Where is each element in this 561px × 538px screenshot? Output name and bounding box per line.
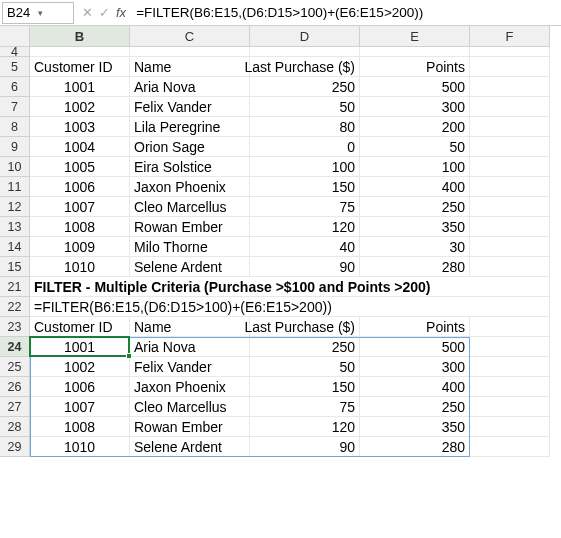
row-header-7[interactable]: 7 [0,97,30,117]
cell-C6[interactable]: Aria Nova [130,77,250,97]
cell-D24[interactable]: 250 [250,337,360,357]
row-header-29[interactable]: 29 [0,437,30,457]
formula-input[interactable]: =FILTER(B6:E15,(D6:D15>100)+(E6:E15>200)… [134,5,561,20]
row-header-21[interactable]: 21 [0,277,30,297]
cell-F12[interactable] [470,197,550,217]
cell-D6[interactable]: 250 [250,77,360,97]
cell-D9[interactable]: 0 [250,137,360,157]
cell-E24[interactable]: 500 [360,337,470,357]
cell-E13[interactable]: 350 [360,217,470,237]
cell-F25[interactable] [470,357,550,377]
result-header-name[interactable]: Name [130,317,250,337]
header-last-purchase[interactable]: Last Purchase ($) [250,57,360,77]
cell-F23[interactable] [470,317,550,337]
cell-C14[interactable]: Milo Thorne [130,237,250,257]
confirm-icon[interactable]: ✓ [99,5,110,20]
cancel-icon[interactable]: ✕ [82,5,93,20]
cell-C28[interactable]: Rowan Ember [130,417,250,437]
cell-D26[interactable]: 150 [250,377,360,397]
col-header-F[interactable]: F [470,26,550,47]
cell-C9[interactable]: Orion Sage [130,137,250,157]
cell-E25[interactable]: 300 [360,357,470,377]
row-header-8[interactable]: 8 [0,117,30,137]
cell-F4[interactable] [470,47,550,57]
row-header-9[interactable]: 9 [0,137,30,157]
row-header-11[interactable]: 11 [0,177,30,197]
row-header-27[interactable]: 27 [0,397,30,417]
header-name[interactable]: Name [130,57,250,77]
row-header-25[interactable]: 25 [0,357,30,377]
cell-E12[interactable]: 250 [360,197,470,217]
col-header-E[interactable]: E [360,26,470,47]
cell-B25[interactable]: 1002 [30,357,130,377]
cell-B7[interactable]: 1002 [30,97,130,117]
row-header-12[interactable]: 12 [0,197,30,217]
row-header-24[interactable]: 24 [0,337,30,357]
cell-D28[interactable]: 120 [250,417,360,437]
cell-B9[interactable]: 1004 [30,137,130,157]
row-header-5[interactable]: 5 [0,57,30,77]
row-header-28[interactable]: 28 [0,417,30,437]
cell-D11[interactable]: 150 [250,177,360,197]
cell-F26[interactable] [470,377,550,397]
name-box[interactable]: B24 ▾ [2,2,74,24]
fx-icon[interactable]: fx [116,5,126,20]
cell-D29[interactable]: 90 [250,437,360,457]
cell-D27[interactable]: 75 [250,397,360,417]
col-header-C[interactable]: C [130,26,250,47]
cell-C7[interactable]: Felix Vander [130,97,250,117]
cell-C4[interactable] [130,47,250,57]
cell-F8[interactable] [470,117,550,137]
cell-E26[interactable]: 400 [360,377,470,397]
cell-E7[interactable]: 300 [360,97,470,117]
header-customer-id[interactable]: Customer ID [30,57,130,77]
cell-B29[interactable]: 1010 [30,437,130,457]
cell-F24[interactable] [470,337,550,357]
cell-D14[interactable]: 40 [250,237,360,257]
cell-C10[interactable]: Eira Solstice [130,157,250,177]
cell-F5[interactable] [470,57,550,77]
cell-F11[interactable] [470,177,550,197]
cell-C11[interactable]: Jaxon Phoenix [130,177,250,197]
cell-B11[interactable]: 1006 [30,177,130,197]
cell-B26[interactable]: 1006 [30,377,130,397]
row-header-14[interactable]: 14 [0,237,30,257]
cell-C26[interactable]: Jaxon Phoenix [130,377,250,397]
formula-preview[interactable]: =FILTER(B6:E15,(D6:D15>100)+(E6:E15>200)… [30,297,550,317]
cell-E15[interactable]: 280 [360,257,470,277]
row-header-10[interactable]: 10 [0,157,30,177]
cell-D8[interactable]: 80 [250,117,360,137]
cell-E11[interactable]: 400 [360,177,470,197]
result-header-points[interactable]: Points [360,317,470,337]
cell-C8[interactable]: Lila Peregrine [130,117,250,137]
cell-B12[interactable]: 1007 [30,197,130,217]
cell-D7[interactable]: 50 [250,97,360,117]
cell-F7[interactable] [470,97,550,117]
row-header-15[interactable]: 15 [0,257,30,277]
cell-D25[interactable]: 50 [250,357,360,377]
cell-F27[interactable] [470,397,550,417]
result-header-customer-id[interactable]: Customer ID [30,317,130,337]
cell-C24[interactable]: Aria Nova [130,337,250,357]
cell-B4[interactable] [30,47,130,57]
cell-D4[interactable] [250,47,360,57]
cell-D10[interactable]: 100 [250,157,360,177]
spreadsheet-grid[interactable]: B C D E F 4 5 Customer ID Name Last Purc… [0,26,561,457]
cell-E10[interactable]: 100 [360,157,470,177]
cell-E29[interactable]: 280 [360,437,470,457]
chevron-down-icon[interactable]: ▾ [38,8,69,18]
row-header-22[interactable]: 22 [0,297,30,317]
cell-E4[interactable] [360,47,470,57]
cell-E14[interactable]: 30 [360,237,470,257]
cell-E28[interactable]: 350 [360,417,470,437]
cell-E9[interactable]: 50 [360,137,470,157]
cell-D13[interactable]: 120 [250,217,360,237]
cell-B28[interactable]: 1008 [30,417,130,437]
cell-C12[interactable]: Cleo Marcellus [130,197,250,217]
cell-E27[interactable]: 250 [360,397,470,417]
cell-F29[interactable] [470,437,550,457]
cell-F9[interactable] [470,137,550,157]
col-header-D[interactable]: D [250,26,360,47]
row-header-23[interactable]: 23 [0,317,30,337]
cell-C25[interactable]: Felix Vander [130,357,250,377]
